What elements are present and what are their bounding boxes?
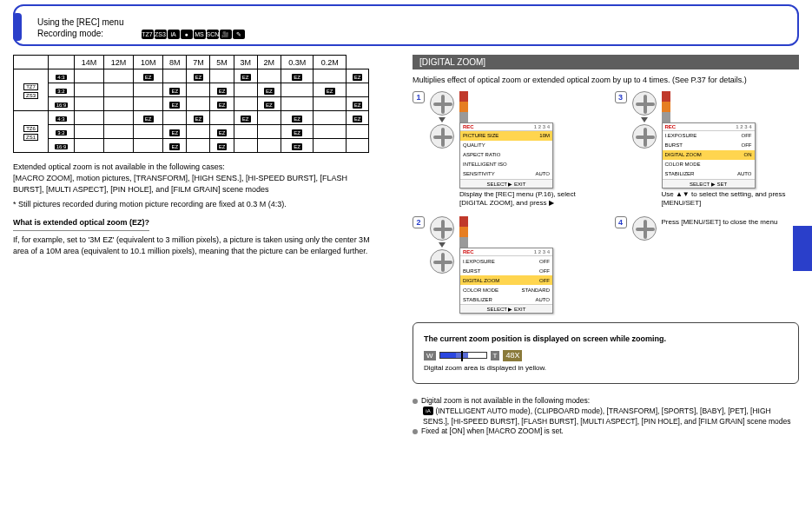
step-number: 3 <box>615 91 627 103</box>
aspect-ratio-badge: 3:2 <box>56 89 66 94</box>
table-cell <box>346 125 368 139</box>
ez-subhead: What is extended optical zoom (EZ)? <box>13 217 149 231</box>
menu-row-label: PICTURE SIZE <box>463 133 498 138</box>
table-cell <box>257 111 281 125</box>
table-cell <box>281 83 314 97</box>
menu-screenshot: REC1 2 3 4I.EXPOSUREOFFBURSTOFFDIGITAL Z… <box>662 122 756 188</box>
table-cell <box>134 97 163 111</box>
ez-body: If, for example, set to '3M EZ' (equival… <box>13 235 378 257</box>
table-cell: EZ <box>163 139 187 153</box>
table-cell: EZ <box>281 125 314 139</box>
menu-row-value: OFF <box>742 133 752 138</box>
left-note-line: * Still pictures recorded during motion … <box>13 199 378 210</box>
zoom-t-cap: T <box>491 351 500 360</box>
aspect-ratio-cell: 3:2 <box>49 125 75 139</box>
menu-row-value: ON <box>744 152 752 157</box>
aspect-ratio-cell: 4:3 <box>49 111 75 125</box>
ez-badge: EZ <box>143 74 154 81</box>
header-line2-prefix: Recording mode: <box>37 29 103 38</box>
ia-mode-icon: iA <box>423 407 433 415</box>
section-intro: Multiplies effect of optical zoom or ext… <box>413 75 799 86</box>
ez-badge: EZ <box>353 116 363 122</box>
menu-row: ASPECT RATIO <box>460 150 552 160</box>
table-cell: EZ <box>281 139 314 153</box>
table-cell: EZ <box>210 97 234 111</box>
ez-badge: EZ <box>143 116 154 122</box>
zoom-w-cap: W <box>424 351 436 360</box>
menu-row: INTELLIGENT ISO <box>460 160 552 169</box>
ez-badge: EZ <box>169 88 180 95</box>
table-cell <box>187 83 210 97</box>
menu-row-label: COLOR MODE <box>665 162 701 167</box>
table-cell <box>75 97 104 111</box>
table-cell <box>104 69 134 83</box>
model-group-cell: TZ7ZS3 <box>14 69 49 111</box>
dpad-stack <box>430 91 454 149</box>
table-cell: EZ <box>210 125 234 139</box>
header-text: Using the [REC] menu Recording mode: <box>37 17 124 39</box>
side-ribbon <box>793 226 812 271</box>
ez-badge: EZ <box>217 88 228 95</box>
table-col-header: 5M <box>210 56 234 69</box>
table-cell <box>104 83 134 97</box>
aspect-ratio-badge: 4:3 <box>56 75 66 80</box>
table-cell <box>234 125 257 139</box>
ez-badge: EZ <box>194 74 204 81</box>
ez-badge: EZ <box>292 143 302 150</box>
table-cell <box>75 83 104 97</box>
ez-badge: EZ <box>292 74 302 81</box>
table-cell: EZ <box>257 83 281 97</box>
aspect-ratio-cell: 16:9 <box>49 97 75 111</box>
table-cell <box>346 139 368 153</box>
table-cell: EZ <box>234 69 257 83</box>
table-cell <box>314 97 347 111</box>
dpad-stack <box>632 91 657 149</box>
picture-size-table: 14M12M10M8M7M5M3M2M0.3M0.2MTZ7ZS34:3EZEZ… <box>13 55 369 153</box>
menu-side-tab <box>459 237 468 248</box>
menu-screenshot: REC1 2 3 4I.EXPOSUREOFFBURSTOFFDIGITAL Z… <box>459 248 553 314</box>
menu-row-label: ASPECT RATIO <box>463 152 500 157</box>
menu-row-value: 10M <box>539 133 550 138</box>
menu-row-value: OFF <box>539 268 550 274</box>
model-badge: TZ7 <box>23 83 38 90</box>
model-badge: TZ6 <box>23 125 38 132</box>
table-cell: EZ <box>134 111 163 125</box>
step-caption: Press [MENU/SET] to close the menu <box>662 218 800 227</box>
step-number: 4 <box>615 216 627 228</box>
menu-row-value: OFF <box>539 278 550 283</box>
table-cell: EZ <box>346 111 368 125</box>
ez-badge: EZ <box>353 102 363 109</box>
menu-row: DIGITAL ZOOMON <box>663 150 755 160</box>
menu-side-tab <box>459 112 468 122</box>
instruction-step: 2REC1 2 3 4I.EXPOSUREOFFBURSTOFFDIGITAL … <box>413 216 597 314</box>
table-cell <box>75 139 104 153</box>
menu-row-value: STANDARD <box>521 288 550 293</box>
table-cell: EZ <box>234 111 257 125</box>
menu-row: PICTURE SIZE10M <box>460 131 552 141</box>
ez-badge: EZ <box>169 143 180 150</box>
menu-row: QUALITY <box>460 141 552 150</box>
menu-side-tab <box>459 102 468 112</box>
dpad-icon <box>632 216 657 241</box>
table-col-header: 0.2M <box>314 56 347 69</box>
table-cell <box>257 69 281 83</box>
menu-row: COLOR MODE <box>663 160 755 169</box>
menu-page-indicator: 1 2 3 4 <box>534 249 550 255</box>
dpad-icon <box>430 91 454 116</box>
ez-badge: EZ <box>217 129 228 136</box>
menu-row-label: I.EXPOSURE <box>463 259 495 264</box>
dpad-icon <box>430 216 454 241</box>
menu-row-label: BURST <box>463 268 480 274</box>
menu-row: COLOR MODESTANDARD <box>460 285 552 294</box>
mode-icon: 🎥 <box>220 30 232 39</box>
table-cell: EZ <box>210 139 234 153</box>
right-notes: Digital zoom is not available in the fol… <box>413 396 799 438</box>
table-cell <box>314 111 347 125</box>
bullet-icon <box>413 429 418 434</box>
zoom-bar: W T 48X <box>424 350 788 361</box>
section-title-text: [DIGITAL ZOOM] <box>419 57 485 67</box>
mode-icon: ZS3 <box>155 30 167 39</box>
ez-badge: EZ <box>292 116 302 122</box>
mode-icons-row: TZ7 ZS3 iA ● MS SCN 🎥 ✎ <box>142 30 245 39</box>
menu-row: I.EXPOSUREOFF <box>663 131 755 141</box>
